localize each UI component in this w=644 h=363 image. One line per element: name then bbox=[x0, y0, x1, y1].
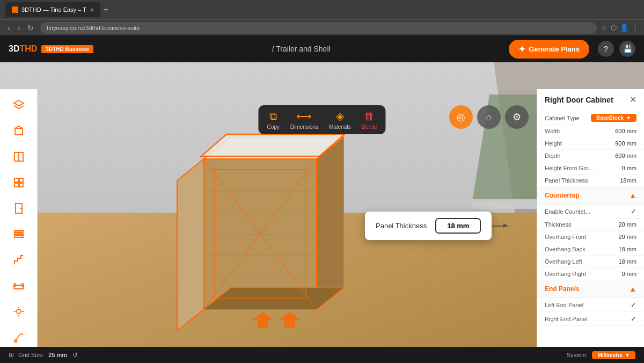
cabinet-type-badge[interactable]: BaseBlock ▼ bbox=[591, 114, 636, 122]
dimensions-icon: ⟷ bbox=[296, 110, 312, 122]
active-tab[interactable]: 3DTHD — Tino Easy – T ✕ bbox=[5, 2, 100, 17]
delete-icon: 🗑 bbox=[364, 110, 375, 122]
end-panels-section-header[interactable]: End Panels ▲ bbox=[537, 280, 644, 298]
height-from-ground-value[interactable]: 0 mm bbox=[622, 165, 637, 171]
right-panel-close-button[interactable]: ✕ bbox=[630, 96, 636, 104]
generate-plans-label: Generate Plans bbox=[529, 45, 580, 53]
enable-countertop-checkbox[interactable]: ✓ bbox=[631, 207, 636, 215]
sidebar-item-grid[interactable] bbox=[8, 172, 30, 193]
svg-point-26 bbox=[20, 208, 21, 209]
3d-viewport[interactable]: ⧉ Copy ⟷ Dimensions ◈ Materials 🗑 Delete… bbox=[0, 62, 644, 363]
panel-thickness-row: Panel Thickness 18mm bbox=[537, 175, 644, 187]
cabinet-svg bbox=[150, 127, 397, 352]
right-end-panel-row: Right End Panel ✓ bbox=[537, 312, 644, 326]
cabinet-type-label: Cabinet Type bbox=[545, 115, 591, 121]
overhang-back-label: Overhang Back bbox=[545, 246, 618, 252]
dimensions-label: Dimensions bbox=[290, 124, 318, 130]
bottom-right: System: Millimetre ▼ bbox=[567, 351, 635, 359]
logo-area: 3DTHD 3DTHD Business bbox=[9, 44, 93, 54]
system-badge[interactable]: Millimetre ▼ bbox=[592, 351, 635, 359]
view-controls: ◎ ⌂ ⚙ bbox=[449, 105, 529, 129]
panel-popup-label: Panel Thickness bbox=[376, 222, 427, 230]
panel-popup-value[interactable]: 18 mm bbox=[435, 218, 481, 234]
dimensions-tool[interactable]: ⟷ Dimensions bbox=[290, 110, 318, 130]
countertop-section-header[interactable]: Countertop ▲ bbox=[537, 187, 644, 205]
sidebar-item-box[interactable] bbox=[8, 120, 30, 142]
address-bar-input[interactable] bbox=[40, 22, 597, 34]
back-button[interactable]: ‹ bbox=[5, 23, 12, 33]
delete-tool[interactable]: 🗑 Delete bbox=[362, 110, 377, 130]
width-value[interactable]: 600 mm bbox=[615, 128, 636, 134]
grid-size-icon: ⊞ bbox=[9, 351, 14, 359]
overhang-front-value[interactable]: 20 mm bbox=[618, 234, 636, 240]
logo-thd-text: THD bbox=[19, 44, 37, 53]
sidebar-item-light[interactable] bbox=[8, 301, 30, 322]
orbit-button[interactable]: ◎ bbox=[449, 105, 473, 129]
extensions-icon[interactable]: ⬡ bbox=[611, 24, 617, 32]
right-panel-title: Right Door Cabinet bbox=[545, 96, 613, 104]
refresh-button[interactable]: ↻ bbox=[25, 23, 36, 33]
countertop-thickness-label: Thickness bbox=[545, 221, 618, 228]
tab-close-button[interactable]: ✕ bbox=[90, 7, 94, 13]
svg-rect-29 bbox=[14, 236, 23, 237]
sidebar-item-stairs[interactable] bbox=[8, 249, 30, 271]
save-icon[interactable]: 💾 bbox=[619, 41, 635, 57]
panel-thickness-row-value[interactable]: 18mm bbox=[620, 177, 636, 184]
copy-tool[interactable]: ⧉ Copy bbox=[267, 110, 279, 130]
generate-plans-button[interactable]: ✦ Generate Plans bbox=[509, 40, 589, 59]
logo-3d-text: 3D bbox=[9, 44, 19, 53]
menu-icon[interactable]: ⋮ bbox=[632, 24, 639, 32]
add-tab-button[interactable]: + bbox=[100, 5, 112, 14]
top-bar: 3DTHD 3DTHD Business / Trailer and Shell… bbox=[0, 35, 644, 62]
system-dropdown-icon: ▼ bbox=[625, 352, 630, 358]
svg-marker-14 bbox=[279, 312, 301, 328]
bookmark-icon[interactable]: ☆ bbox=[601, 24, 608, 32]
overhang-back-value[interactable]: 18 mm bbox=[618, 246, 636, 252]
cabinet-3d[interactable] bbox=[150, 127, 397, 354]
cabinet-type-row: Cabinet Type BaseBlock ▼ bbox=[537, 111, 644, 125]
depth-label: Depth bbox=[545, 153, 615, 159]
panel-thickness-popup: Panel Thickness 18 mm bbox=[365, 212, 492, 240]
system-value: Millimetre bbox=[597, 352, 623, 358]
left-end-panel-label: Left End Panel bbox=[545, 302, 631, 308]
height-from-ground-row: Height From Gro... 0 mm bbox=[537, 162, 644, 175]
forward-button[interactable]: › bbox=[16, 23, 23, 33]
svg-marker-17 bbox=[14, 100, 24, 106]
browser-icons: ☆ ⬡ 👤 ⋮ bbox=[601, 24, 639, 32]
sidebar-item-sofa[interactable] bbox=[8, 275, 30, 296]
sidebar-item-layers2[interactable] bbox=[8, 223, 30, 245]
overhang-front-row: Overhang Front 20 mm bbox=[537, 231, 644, 243]
end-panels-section-chevron: ▲ bbox=[629, 285, 636, 293]
browser-tabs: 3DTHD — Tino Easy – T ✕ + bbox=[5, 2, 112, 17]
svg-rect-22 bbox=[19, 178, 23, 182]
overhang-right-label: Overhang Right bbox=[545, 271, 622, 277]
svg-rect-21 bbox=[14, 178, 18, 182]
sidebar-item-cabinet[interactable] bbox=[8, 146, 30, 168]
svg-marker-13 bbox=[252, 312, 274, 328]
overhang-left-value[interactable]: 18 mm bbox=[618, 258, 636, 265]
grid-reset-button[interactable]: ↺ bbox=[72, 351, 78, 359]
width-label: Width bbox=[545, 128, 615, 134]
svg-rect-18 bbox=[15, 128, 23, 135]
countertop-thickness-value[interactable]: 20 mm bbox=[618, 221, 636, 228]
materials-label: Materials bbox=[329, 124, 351, 130]
materials-tool[interactable]: ◈ Materials bbox=[329, 110, 351, 130]
countertop-section-chevron: ▲ bbox=[629, 191, 636, 200]
right-panel: Right Door Cabinet ✕ Cabinet Type BaseBl… bbox=[537, 89, 644, 363]
sidebar-item-layers[interactable] bbox=[8, 95, 30, 116]
home-button[interactable]: ⌂ bbox=[477, 105, 501, 129]
left-end-panel-checkbox[interactable]: ✓ bbox=[631, 301, 636, 309]
popup-arrow bbox=[492, 226, 508, 227]
right-end-panel-checkbox[interactable]: ✓ bbox=[631, 315, 636, 323]
profile-icon[interactable]: 👤 bbox=[620, 24, 628, 32]
left-end-panel-row: Left End Panel ✓ bbox=[537, 298, 644, 312]
depth-value[interactable]: 600 mm bbox=[615, 153, 636, 159]
settings-view-button[interactable]: ⚙ bbox=[505, 105, 529, 129]
cabinet-type-dropdown-icon: ▼ bbox=[626, 115, 631, 121]
sidebar-item-door[interactable] bbox=[8, 198, 30, 219]
sidebar-item-paint[interactable] bbox=[8, 326, 30, 348]
help-icon[interactable]: ? bbox=[598, 41, 614, 57]
overhang-right-value[interactable]: 0 mm bbox=[622, 271, 637, 277]
height-value[interactable]: 900 mm bbox=[615, 140, 636, 147]
generate-plans-icon: ✦ bbox=[518, 44, 525, 54]
